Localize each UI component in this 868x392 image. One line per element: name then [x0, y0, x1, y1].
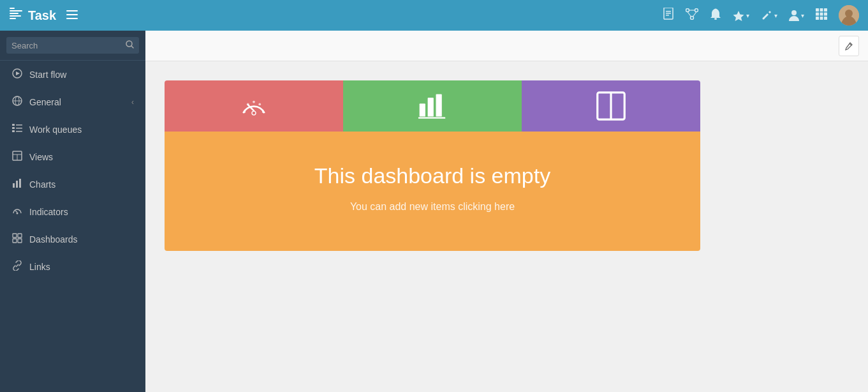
sidebar-item-dashboards[interactable]: Dashboards: [0, 225, 145, 253]
svg-rect-45: [16, 131, 22, 132]
dashboard-empty-state[interactable]: This dashboard is empty You can add new …: [165, 132, 700, 251]
search-input[interactable]: [11, 41, 126, 50]
dashboard-icons-row: [165, 80, 700, 132]
svg-rect-26: [820, 12, 823, 15]
svg-rect-58: [18, 239, 22, 243]
svg-line-34: [131, 46, 133, 48]
svg-rect-68: [420, 103, 425, 116]
dashboard-icon-barchart: [343, 80, 522, 132]
svg-point-67: [262, 110, 265, 113]
tools-arrow: ▾: [774, 12, 777, 19]
svg-rect-44: [12, 130, 15, 132]
svg-rect-57: [13, 239, 17, 243]
user-avatar[interactable]: [839, 5, 859, 26]
grid-icon[interactable]: [816, 8, 827, 23]
svg-line-17: [693, 11, 697, 17]
views-label: Views: [29, 152, 134, 162]
sidebar-item-charts[interactable]: Charts: [0, 170, 145, 198]
navbar-right: ▾ ▾ ▾: [663, 5, 859, 26]
circle-play-icon: [11, 68, 23, 80]
svg-point-12: [686, 8, 689, 11]
charts-label: Charts: [29, 179, 134, 190]
svg-point-18: [714, 18, 717, 20]
svg-rect-30: [824, 17, 827, 20]
svg-rect-27: [824, 12, 827, 15]
start-flow-label: Start flow: [29, 70, 134, 80]
sidebar: Start flow General ‹: [0, 31, 145, 392]
links-label: Links: [29, 262, 134, 272]
svg-rect-23: [820, 8, 823, 11]
svg-rect-9: [666, 11, 671, 12]
svg-rect-4: [10, 18, 16, 19]
hamburger-button[interactable]: [66, 9, 78, 22]
svg-rect-2: [10, 13, 18, 14]
sidebar-item-indicators[interactable]: Indicators: [0, 198, 145, 225]
svg-rect-56: [18, 234, 22, 237]
sidebar-item-links[interactable]: Links: [0, 253, 145, 280]
bar-chart-icon: [11, 178, 23, 190]
work-queues-label: Work queues: [29, 124, 134, 135]
svg-point-66: [258, 103, 261, 105]
sidebar-item-start-flow[interactable]: Start flow: [0, 61, 145, 88]
svg-point-20: [763, 18, 765, 20]
navbar: Task: [0, 0, 868, 31]
sidebar-item-general[interactable]: General ‹: [0, 88, 145, 116]
svg-line-53: [15, 211, 17, 213]
flow-icon[interactable]: [686, 8, 698, 23]
tools-menu-icon[interactable]: ▾: [761, 10, 777, 21]
svg-point-14: [691, 16, 694, 19]
svg-rect-10: [666, 13, 671, 14]
svg-rect-42: [12, 127, 15, 129]
dashboard-icon-gauge: [165, 80, 343, 132]
sidebar-item-work-queues[interactable]: Work queues: [0, 116, 145, 143]
search-icon: [126, 40, 134, 50]
svg-marker-19: [733, 11, 744, 21]
svg-point-21: [791, 10, 797, 15]
dashboard-card[interactable]: This dashboard is empty You can add new …: [165, 80, 700, 251]
star-arrow: ▾: [746, 12, 749, 19]
svg-rect-29: [820, 17, 823, 20]
general-arrow-icon: ‹: [131, 98, 134, 107]
dashboard-icon: [11, 233, 23, 245]
svg-rect-1: [10, 10, 22, 11]
layout-icon: [11, 151, 23, 163]
user-arrow: ▾: [801, 12, 804, 19]
gauge-icon: [11, 206, 23, 218]
svg-point-62: [253, 112, 256, 115]
svg-rect-6: [66, 14, 78, 15]
svg-rect-51: [19, 179, 21, 188]
documents-icon[interactable]: [663, 8, 674, 24]
svg-rect-0: [10, 8, 15, 9]
indicators-label: Indicators: [29, 207, 134, 217]
search-field[interactable]: [6, 37, 139, 54]
svg-line-16: [688, 11, 691, 17]
dashboard-icon-layout: [522, 80, 700, 132]
svg-rect-3: [10, 15, 21, 17]
svg-rect-43: [16, 128, 22, 129]
svg-point-65: [253, 101, 255, 103]
sidebar-item-views[interactable]: Views: [0, 143, 145, 170]
svg-point-54: [17, 213, 18, 214]
user-menu-icon[interactable]: ▾: [789, 10, 804, 21]
svg-rect-70: [436, 94, 442, 117]
svg-rect-24: [824, 8, 827, 11]
content-header: [145, 31, 868, 61]
svg-rect-5: [66, 10, 78, 11]
app-title: Task: [28, 8, 56, 23]
svg-rect-55: [13, 234, 17, 237]
svg-point-64: [247, 103, 249, 105]
svg-rect-49: [13, 183, 15, 188]
svg-marker-36: [16, 72, 20, 75]
star-menu-icon[interactable]: ▾: [733, 10, 749, 21]
list-icon: [11, 123, 23, 135]
main-layout: Start flow General ‹: [0, 31, 868, 392]
app-logo[interactable]: Task: [9, 6, 56, 24]
bell-icon[interactable]: [710, 8, 721, 24]
svg-rect-71: [418, 117, 445, 119]
edit-button[interactable]: [839, 36, 859, 56]
svg-rect-69: [428, 98, 434, 117]
dashboard-empty-subtitle: You can add new items clicking here: [184, 201, 681, 213]
general-label: General: [29, 97, 125, 107]
svg-rect-22: [816, 8, 819, 11]
logo-icon: [9, 6, 23, 24]
